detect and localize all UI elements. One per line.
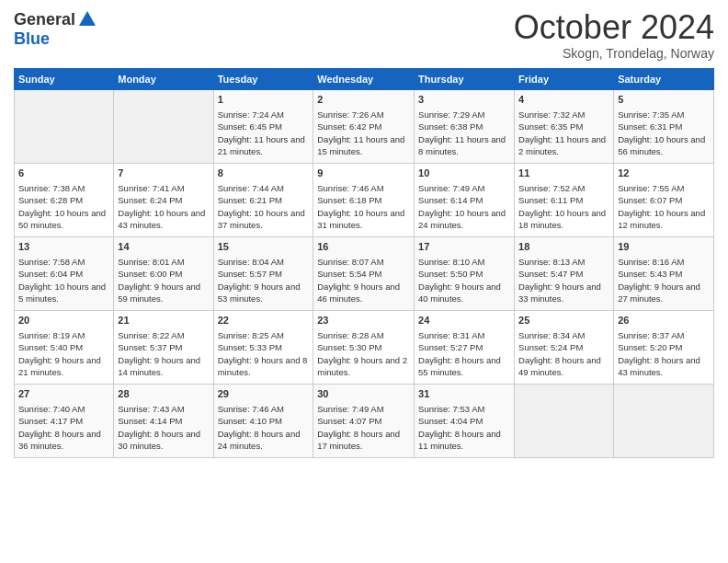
- calendar-cell: 30Sunrise: 7:49 AMSunset: 4:07 PMDayligh…: [313, 384, 415, 457]
- weekday-header-wednesday: Wednesday: [313, 68, 415, 89]
- calendar-cell: 11Sunrise: 7:52 AMSunset: 6:11 PMDayligh…: [515, 163, 614, 236]
- calendar-cell: 31Sunrise: 7:53 AMSunset: 4:04 PMDayligh…: [415, 384, 515, 457]
- day-info: Sunrise: 7:55 AM: [618, 182, 710, 194]
- day-info: Sunrise: 8:04 AM: [218, 256, 310, 268]
- day-info: Sunset: 4:04 PM: [418, 415, 510, 427]
- day-info: Daylight: 10 hours and 18 minutes.: [518, 207, 609, 232]
- calendar-cell: 18Sunrise: 8:13 AMSunset: 5:47 PMDayligh…: [515, 236, 614, 310]
- day-info: Daylight: 9 hours and 53 minutes.: [218, 281, 310, 305]
- day-number: 1: [218, 93, 310, 107]
- calendar-week-3: 13Sunrise: 7:58 AMSunset: 6:04 PMDayligh…: [15, 236, 714, 310]
- day-info: Sunrise: 7:41 AM: [118, 182, 209, 194]
- day-info: Sunrise: 8:22 AM: [118, 329, 209, 341]
- day-info: Sunset: 5:54 PM: [317, 268, 410, 280]
- day-info: Sunset: 6:21 PM: [218, 194, 310, 206]
- day-info: Sunset: 5:57 PM: [218, 268, 310, 280]
- day-info: Daylight: 8 hours and 55 minutes.: [418, 354, 510, 379]
- day-info: Daylight: 10 hours and 50 minutes.: [18, 207, 109, 232]
- day-number: 18: [518, 240, 609, 254]
- day-info: Daylight: 9 hours and 46 minutes.: [317, 281, 410, 305]
- day-number: 5: [618, 93, 710, 107]
- day-info: Sunrise: 8:13 AM: [518, 256, 609, 268]
- month-title: October 2024: [514, 9, 714, 46]
- day-info: Sunset: 5:24 PM: [518, 341, 609, 353]
- day-info: Daylight: 9 hours and 8 minutes.: [218, 354, 310, 379]
- day-info: Sunrise: 7:29 AM: [418, 109, 510, 121]
- day-info: Daylight: 8 hours and 36 minutes.: [18, 428, 109, 453]
- calendar-cell: 3Sunrise: 7:29 AMSunset: 6:38 PMDaylight…: [415, 89, 515, 163]
- day-number: 30: [317, 387, 410, 401]
- calendar-cell: 22Sunrise: 8:25 AMSunset: 5:33 PMDayligh…: [213, 310, 313, 384]
- weekday-header-thursday: Thursday: [415, 68, 515, 89]
- day-info: Daylight: 11 hours and 21 minutes.: [218, 133, 310, 158]
- weekday-header-saturday: Saturday: [614, 68, 714, 89]
- day-info: Daylight: 11 hours and 8 minutes.: [418, 133, 510, 158]
- day-number: 16: [317, 240, 410, 254]
- day-info: Daylight: 8 hours and 17 minutes.: [317, 428, 410, 453]
- day-info: Sunset: 6:38 PM: [418, 121, 510, 132]
- day-info: Sunrise: 8:28 AM: [317, 329, 410, 341]
- day-info: Daylight: 9 hours and 59 minutes.: [118, 281, 209, 305]
- title-area: October 2024 Skogn, Trondelag, Norway: [514, 9, 714, 61]
- weekday-header-friday: Friday: [515, 68, 614, 89]
- day-info: Sunset: 5:40 PM: [18, 341, 109, 353]
- day-number: 20: [18, 314, 109, 327]
- day-info: Sunrise: 7:49 AM: [317, 403, 410, 415]
- day-info: Sunset: 5:47 PM: [518, 268, 609, 280]
- day-info: Sunrise: 7:52 AM: [518, 182, 609, 194]
- calendar-cell: 4Sunrise: 7:32 AMSunset: 6:35 PMDaylight…: [515, 89, 614, 163]
- day-info: Daylight: 8 hours and 43 minutes.: [618, 354, 710, 379]
- day-number: 12: [618, 167, 710, 180]
- day-info: Daylight: 9 hours and 2 minutes.: [317, 354, 410, 379]
- calendar-cell: [114, 89, 213, 163]
- day-number: 28: [118, 387, 209, 401]
- day-info: Sunset: 5:20 PM: [618, 341, 710, 353]
- calendar-cell: 6Sunrise: 7:38 AMSunset: 6:28 PMDaylight…: [15, 163, 114, 236]
- calendar-header-row: SundayMondayTuesdayWednesdayThursdayFrid…: [15, 68, 714, 89]
- day-info: Sunrise: 7:49 AM: [418, 182, 510, 194]
- day-info: Sunrise: 7:46 AM: [218, 403, 310, 415]
- calendar-cell: [15, 89, 114, 163]
- day-info: Daylight: 8 hours and 24 minutes.: [218, 428, 310, 453]
- calendar-cell: 23Sunrise: 8:28 AMSunset: 5:30 PMDayligh…: [313, 310, 415, 384]
- day-info: Daylight: 10 hours and 43 minutes.: [118, 207, 209, 232]
- calendar-cell: 17Sunrise: 8:10 AMSunset: 5:50 PMDayligh…: [415, 236, 515, 310]
- day-info: Sunrise: 7:32 AM: [518, 109, 609, 121]
- day-info: Daylight: 10 hours and 24 minutes.: [418, 207, 510, 232]
- calendar-cell: 28Sunrise: 7:43 AMSunset: 4:14 PMDayligh…: [114, 384, 213, 457]
- day-info: Sunset: 6:45 PM: [218, 121, 310, 132]
- day-number: 2: [317, 93, 410, 107]
- calendar-cell: 1Sunrise: 7:24 AMSunset: 6:45 PMDaylight…: [213, 89, 313, 163]
- location-title: Skogn, Trondelag, Norway: [514, 46, 714, 61]
- calendar-week-4: 20Sunrise: 8:19 AMSunset: 5:40 PMDayligh…: [15, 310, 714, 384]
- day-info: Sunrise: 7:53 AM: [418, 403, 510, 415]
- weekday-header-monday: Monday: [114, 68, 213, 89]
- calendar-cell: 2Sunrise: 7:26 AMSunset: 6:42 PMDaylight…: [313, 89, 415, 163]
- day-info: Sunset: 6:14 PM: [418, 194, 510, 206]
- day-number: 9: [317, 167, 410, 180]
- day-info: Daylight: 9 hours and 21 minutes.: [18, 354, 109, 379]
- calendar-cell: 15Sunrise: 8:04 AMSunset: 5:57 PMDayligh…: [213, 236, 313, 310]
- day-info: Sunrise: 7:58 AM: [18, 256, 109, 268]
- calendar-cell: [515, 384, 614, 457]
- day-number: 17: [418, 240, 510, 254]
- calendar-cell: 10Sunrise: 7:49 AMSunset: 6:14 PMDayligh…: [415, 163, 515, 236]
- calendar-cell: 27Sunrise: 7:40 AMSunset: 4:17 PMDayligh…: [15, 384, 114, 457]
- day-info: Sunset: 6:35 PM: [518, 121, 609, 132]
- day-info: Sunset: 4:07 PM: [317, 415, 410, 427]
- logo-blue-text: Blue: [14, 29, 50, 48]
- logo-general-text: General: [14, 10, 75, 29]
- day-number: 22: [218, 314, 310, 327]
- day-info: Sunset: 6:24 PM: [118, 194, 209, 206]
- day-info: Sunrise: 7:43 AM: [118, 403, 209, 415]
- calendar-table: SundayMondayTuesdayWednesdayThursdayFrid…: [14, 68, 714, 458]
- calendar-cell: 13Sunrise: 7:58 AMSunset: 6:04 PMDayligh…: [15, 236, 114, 310]
- logo-icon: [77, 9, 97, 29]
- calendar-cell: 25Sunrise: 8:34 AMSunset: 5:24 PMDayligh…: [515, 310, 614, 384]
- day-info: Daylight: 10 hours and 5 minutes.: [18, 281, 109, 305]
- day-info: Sunrise: 7:44 AM: [218, 182, 310, 194]
- day-info: Sunrise: 7:35 AM: [618, 109, 710, 121]
- day-info: Sunset: 6:18 PM: [317, 194, 410, 206]
- calendar-cell: 19Sunrise: 8:16 AMSunset: 5:43 PMDayligh…: [614, 236, 714, 310]
- calendar-week-5: 27Sunrise: 7:40 AMSunset: 4:17 PMDayligh…: [15, 384, 714, 457]
